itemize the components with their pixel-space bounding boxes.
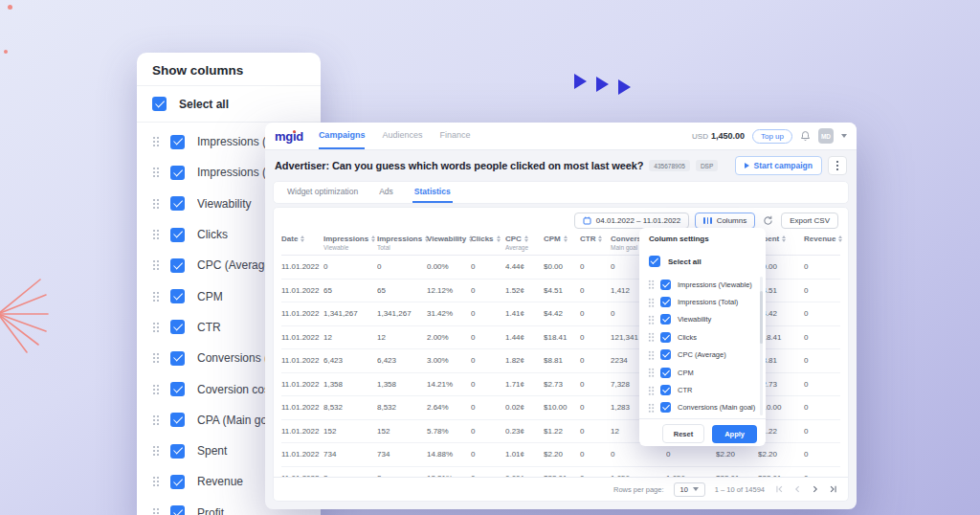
first-page-button[interactable]: [774, 484, 784, 494]
checkbox-checked-icon[interactable]: [170, 289, 185, 303]
checkbox-checked-icon[interactable]: [170, 413, 185, 427]
panel-select-all-row[interactable]: Select all: [137, 86, 321, 122]
popup-column-item[interactable]: CPM: [639, 364, 766, 381]
drag-handle-icon[interactable]: [648, 403, 655, 413]
table-header-cell[interactable]: Revenue: [804, 235, 842, 251]
checkbox-checked-icon[interactable]: [170, 135, 185, 149]
drag-handle-icon[interactable]: [152, 229, 160, 240]
chevron-down-icon[interactable]: [841, 134, 847, 138]
popup-column-item[interactable]: CTR: [639, 381, 766, 398]
last-page-button[interactable]: [829, 484, 838, 494]
popup-column-item[interactable]: Impressions (Total): [639, 293, 766, 310]
more-menu-button[interactable]: [828, 156, 847, 175]
drag-handle-icon[interactable]: [648, 386, 655, 395]
table-header-cell[interactable]: Clicks: [471, 235, 505, 251]
table-header-cell[interactable]: Date: [281, 235, 323, 251]
drag-handle-icon[interactable]: [648, 350, 655, 360]
sort-icon[interactable]: [564, 235, 568, 243]
nav-tab-campaigns[interactable]: Campaigns: [319, 123, 366, 149]
drag-handle-icon[interactable]: [152, 445, 160, 457]
drag-handle-icon[interactable]: [152, 352, 160, 364]
bell-icon[interactable]: [800, 130, 811, 142]
sort-icon[interactable]: [598, 235, 602, 243]
tab-ads[interactable]: Ads: [377, 187, 395, 203]
checkbox-checked-icon[interactable]: [660, 280, 671, 290]
checkbox-checked-icon[interactable]: [660, 332, 671, 343]
drag-handle-icon[interactable]: [152, 322, 160, 333]
checkbox-checked-icon[interactable]: [170, 444, 185, 459]
sort-icon[interactable]: [782, 235, 786, 243]
table-header-cell[interactable]: ImpressionsViewable: [323, 235, 377, 251]
mgid-logo[interactable]: mgid: [275, 129, 303, 144]
tab-statistics[interactable]: Statistics: [412, 187, 453, 203]
apply-button[interactable]: Apply: [712, 425, 757, 443]
checkbox-checked-icon[interactable]: [170, 228, 185, 242]
sort-icon[interactable]: [838, 235, 842, 243]
nav-tab-audiences[interactable]: Audiences: [382, 123, 422, 149]
checkbox-checked-icon[interactable]: [170, 351, 185, 366]
drag-handle-icon[interactable]: [648, 315, 655, 325]
drag-handle-icon[interactable]: [152, 507, 160, 515]
drag-handle-icon[interactable]: [152, 384, 160, 395]
drag-handle-icon[interactable]: [152, 167, 160, 178]
checkbox-checked-icon[interactable]: [660, 349, 671, 360]
popup-column-item[interactable]: Viewability: [639, 311, 766, 328]
checkbox-checked-icon[interactable]: [170, 505, 185, 515]
drag-handle-icon[interactable]: [648, 298, 655, 307]
drag-handle-icon[interactable]: [152, 414, 160, 426]
drag-handle-icon[interactable]: [152, 476, 160, 487]
drag-handle-icon[interactable]: [648, 280, 655, 289]
table-row[interactable]: 11.01.202273473414.88%01.01¢$2.20000$2.2…: [281, 443, 840, 467]
table-header-cell[interactable]: CPM: [544, 235, 580, 251]
columns-button[interactable]: Columns: [695, 213, 755, 229]
checkbox-checked-icon[interactable]: [152, 97, 167, 111]
prev-page-button[interactable]: [792, 484, 802, 494]
checkbox-checked-icon[interactable]: [170, 320, 185, 334]
popup-column-item[interactable]: Conversions (Main goal): [639, 399, 766, 416]
table-header-cell[interactable]: CTR: [580, 235, 611, 251]
sort-icon[interactable]: [301, 235, 304, 243]
checkbox-checked-icon[interactable]: [170, 166, 185, 180]
start-campaign-button[interactable]: Start campaign: [735, 156, 822, 175]
drag-handle-icon[interactable]: [648, 332, 655, 342]
table-cell: 1,358: [323, 380, 377, 389]
checkbox-checked-icon[interactable]: [170, 382, 185, 396]
drag-handle-icon[interactable]: [152, 198, 160, 210]
checkbox-checked-icon[interactable]: [660, 385, 671, 395]
popup-column-item[interactable]: Impressions (Viewable): [639, 276, 766, 293]
rows-per-page-select[interactable]: 10: [674, 482, 705, 497]
checkbox-checked-icon[interactable]: [170, 258, 185, 273]
drag-handle-icon[interactable]: [648, 368, 655, 377]
table-header-cell[interactable]: Viewability: [427, 235, 471, 251]
sort-icon[interactable]: [497, 235, 501, 243]
scrollbar-track[interactable]: [760, 277, 763, 415]
checkbox-checked-icon[interactable]: [170, 196, 185, 211]
export-csv-button[interactable]: Export CSV: [781, 213, 838, 229]
popup-select-all-row[interactable]: Select all: [639, 249, 766, 274]
popup-column-item[interactable]: Clicks: [639, 328, 766, 346]
next-page-button[interactable]: [811, 484, 820, 494]
drag-handle-icon[interactable]: [152, 291, 160, 302]
top-up-button[interactable]: Top up: [752, 129, 792, 144]
table-header-cell[interactable]: ImpressionsTotal: [377, 235, 427, 251]
checkbox-checked-icon[interactable]: [660, 402, 671, 413]
table-header-cell[interactable]: CPCAverage: [505, 235, 544, 251]
sort-icon[interactable]: [371, 235, 375, 243]
checkbox-checked-icon[interactable]: [660, 314, 671, 325]
tab-widget-optimization[interactable]: Widget optimization: [285, 187, 360, 203]
checkbox-checked-icon[interactable]: [660, 368, 671, 378]
date-range-picker[interactable]: 04.01.2022 – 11.01.2022: [574, 213, 689, 229]
refresh-button[interactable]: [761, 213, 775, 228]
drag-handle-icon[interactable]: [152, 259, 160, 271]
checkbox-checked-icon[interactable]: [649, 256, 660, 267]
sort-icon[interactable]: [524, 235, 528, 243]
avatar[interactable]: MD: [818, 128, 834, 144]
checkbox-checked-icon[interactable]: [660, 297, 671, 307]
checkbox-checked-icon[interactable]: [170, 475, 185, 489]
drag-handle-icon[interactable]: [152, 136, 160, 147]
table-row[interactable]: 11.01.20222213.31%00.00¢$23.0101,0561,05…: [281, 467, 840, 478]
scrollbar-thumb[interactable]: [760, 291, 763, 344]
popup-column-item[interactable]: CPC (Average): [639, 347, 766, 364]
reset-button[interactable]: Reset: [662, 424, 704, 443]
nav-tab-finance[interactable]: Finance: [439, 123, 470, 149]
